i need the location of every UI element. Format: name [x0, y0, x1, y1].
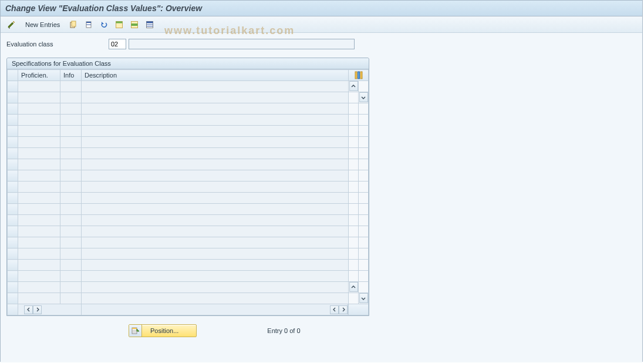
evaluation-class-code-input[interactable]	[109, 39, 126, 49]
row-selector[interactable]	[8, 126, 18, 137]
row-selector[interactable]	[8, 282, 18, 293]
scroll-up-button[interactable]	[349, 81, 358, 91]
row-selector[interactable]	[8, 148, 18, 159]
scroll-up-button-2[interactable]	[349, 282, 358, 292]
row-selector[interactable]	[8, 81, 18, 92]
cell-info[interactable]	[60, 103, 82, 115]
cell-proficiency[interactable]	[18, 92, 60, 103]
cell-info[interactable]	[60, 293, 82, 304]
cell-info[interactable]	[60, 115, 82, 126]
configure-columns-icon[interactable]	[354, 70, 363, 80]
cell-info[interactable]	[60, 282, 82, 293]
cell-proficiency[interactable]	[18, 271, 60, 282]
cell-description[interactable]	[82, 92, 349, 103]
deselect-all-icon[interactable]	[143, 19, 156, 31]
row-selector[interactable]	[8, 271, 18, 282]
row-selector[interactable]	[8, 293, 18, 304]
cell-description[interactable]	[82, 260, 349, 271]
cell-description[interactable]	[82, 226, 349, 237]
cell-proficiency[interactable]	[18, 137, 60, 148]
row-selector[interactable]	[8, 260, 18, 271]
cell-description[interactable]	[82, 271, 349, 282]
cell-proficiency[interactable]	[18, 248, 60, 260]
cell-proficiency[interactable]	[18, 226, 60, 237]
cell-description[interactable]	[82, 148, 349, 159]
cell-description[interactable]	[82, 81, 349, 92]
row-selector[interactable]	[8, 193, 18, 204]
row-selector[interactable]	[8, 237, 18, 248]
column-header-description[interactable]: Description	[82, 70, 349, 81]
toggle-display-change-icon[interactable]	[5, 19, 18, 31]
cell-proficiency[interactable]	[18, 237, 60, 248]
cell-description[interactable]	[82, 293, 349, 304]
cell-description[interactable]	[82, 193, 349, 204]
cell-proficiency[interactable]	[18, 260, 60, 271]
hs-right-button-1[interactable]	[33, 305, 42, 314]
cell-description[interactable]	[82, 215, 349, 226]
copy-as-icon[interactable]	[67, 19, 80, 31]
cell-proficiency[interactable]	[18, 81, 60, 92]
position-button[interactable]: Position...	[129, 324, 197, 337]
cell-proficiency[interactable]	[18, 282, 60, 293]
column-header-proficiency[interactable]: Proficien.	[18, 70, 60, 81]
undo-icon[interactable]	[97, 19, 110, 31]
row-selector[interactable]	[8, 215, 18, 226]
scroll-down-button[interactable]	[359, 92, 368, 102]
cell-proficiency[interactable]	[18, 159, 60, 170]
cell-proficiency[interactable]	[18, 148, 60, 159]
cell-proficiency[interactable]	[18, 215, 60, 226]
hs-left-button-1[interactable]	[24, 305, 33, 314]
cell-info[interactable]	[60, 193, 82, 204]
cell-info[interactable]	[60, 148, 82, 159]
cell-info[interactable]	[60, 92, 82, 103]
cell-description[interactable]	[82, 126, 349, 137]
cell-description[interactable]	[82, 103, 349, 115]
cell-description[interactable]	[82, 248, 349, 260]
delete-icon[interactable]	[82, 19, 95, 31]
row-selector[interactable]	[8, 204, 18, 215]
row-selector[interactable]	[8, 159, 18, 170]
cell-proficiency[interactable]	[18, 293, 60, 304]
cell-description[interactable]	[82, 170, 349, 182]
hs-right-button-2[interactable]	[339, 305, 348, 314]
cell-proficiency[interactable]	[18, 170, 60, 182]
cell-info[interactable]	[60, 159, 82, 170]
cell-description[interactable]	[82, 159, 349, 170]
cell-proficiency[interactable]	[18, 103, 60, 115]
cell-description[interactable]	[82, 282, 349, 293]
column-header-selector[interactable]	[8, 70, 18, 81]
row-selector[interactable]	[8, 248, 18, 260]
row-selector[interactable]	[8, 137, 18, 148]
cell-description[interactable]	[82, 237, 349, 248]
cell-info[interactable]	[60, 260, 82, 271]
select-block-icon[interactable]	[128, 19, 141, 31]
row-selector[interactable]	[8, 226, 18, 237]
cell-proficiency[interactable]	[18, 182, 60, 193]
cell-proficiency[interactable]	[18, 204, 60, 215]
cell-description[interactable]	[82, 137, 349, 148]
cell-info[interactable]	[60, 226, 82, 237]
cell-info[interactable]	[60, 271, 82, 282]
cell-info[interactable]	[60, 170, 82, 182]
row-selector[interactable]	[8, 170, 18, 182]
cell-description[interactable]	[82, 204, 349, 215]
hs-left-button-2[interactable]	[330, 305, 339, 314]
cell-description[interactable]	[82, 182, 349, 193]
cell-proficiency[interactable]	[18, 115, 60, 126]
cell-description[interactable]	[82, 115, 349, 126]
cell-info[interactable]	[60, 237, 82, 248]
row-selector[interactable]	[8, 103, 18, 115]
cell-proficiency[interactable]	[18, 193, 60, 204]
cell-info[interactable]	[60, 81, 82, 92]
scroll-down-button-2[interactable]	[359, 293, 368, 303]
cell-info[interactable]	[60, 204, 82, 215]
cell-info[interactable]	[60, 248, 82, 260]
column-header-info[interactable]: Info	[60, 70, 82, 81]
cell-info[interactable]	[60, 126, 82, 137]
cell-info[interactable]	[60, 182, 82, 193]
cell-proficiency[interactable]	[18, 126, 60, 137]
select-all-icon[interactable]	[113, 19, 126, 31]
row-selector[interactable]	[8, 92, 18, 103]
evaluation-class-desc-input[interactable]	[129, 39, 355, 49]
new-entries-button[interactable]: New Entries	[21, 20, 65, 29]
